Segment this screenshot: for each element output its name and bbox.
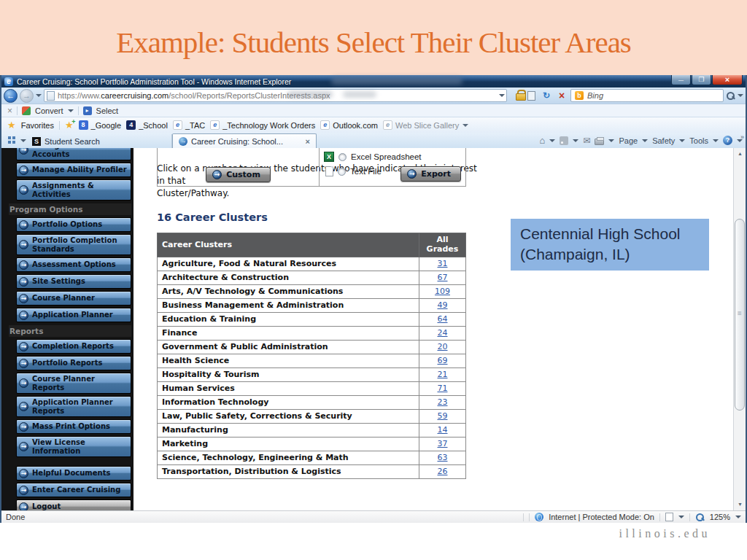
sidebar-item[interactable]: Mass Print Options [16,419,131,434]
illinois-brand: illinois.edu [619,527,711,540]
page-menu[interactable]: Page [619,136,638,145]
count-link[interactable]: 64 [438,314,448,324]
excel-radio[interactable] [338,153,347,161]
feeds-dropdown-icon[interactable] [573,139,578,142]
read-mail-icon[interactable] [583,136,590,146]
count-link[interactable]: 59 [438,411,448,421]
scroll-down-icon[interactable]: ▼ [734,499,746,510]
sidebar-item[interactable]: Completion Reports [16,339,131,354]
scrollbar-thumb[interactable] [735,219,745,411]
history-dropdown-icon[interactable] [36,94,42,97]
export-button[interactable]: Export [400,166,461,182]
arrow-circle-icon [19,294,28,303]
sidebar-item[interactable]: Application Planner [16,308,131,322]
vertical-scrollbar[interactable]: ▲ ▼ [733,148,746,510]
close-tab-icon[interactable] [306,137,310,146]
toolbar-overflow-icon[interactable] [740,133,744,141]
count-link[interactable]: 109 [435,287,450,296]
zoom-level-dropdown-icon[interactable] [735,516,741,518]
sidebar-item[interactable]: Course Planner Reports [16,373,131,394]
sidebar-item[interactable]: Application Planner Reports [16,396,131,417]
count-link[interactable]: 63 [438,453,448,462]
sidebar-item[interactable]: Assignments & Activities [16,179,131,201]
custom-button[interactable]: Custom [206,167,271,182]
favorites-link[interactable]: e Outlook.com [320,120,378,130]
add-favorite-icon[interactable] [65,120,74,131]
tab-career-cruising[interactable]: Career Cruising: School... [172,133,317,148]
back-button[interactable] [4,89,18,103]
convert-dropdown-icon[interactable] [68,109,74,112]
sidebar-item[interactable]: Course Planner [16,291,131,306]
scroll-up-icon[interactable]: ▲ [734,148,746,160]
count-link[interactable]: 31 [438,259,448,268]
count-link[interactable]: 23 [438,397,448,407]
count-link[interactable]: 49 [438,300,448,310]
compatibility-view-button[interactable] [525,89,538,102]
table-row: Hospitality & Tourism 21 [158,368,466,381]
favorites-link[interactable]: 8 _Google [79,120,122,130]
close-button[interactable] [712,75,743,85]
sidebar-item[interactable]: Portfolio Completion Standards [16,234,131,255]
page-dropdown-icon[interactable] [642,139,648,142]
zoom-magnifier-icon[interactable] [695,513,705,522]
address-bar[interactable]: https://www.careercruising.com/school/Re… [44,89,507,102]
tab-student-search[interactable]: S Student Search [26,134,172,148]
count-link[interactable]: 37 [438,439,448,448]
count-link[interactable]: 14 [438,425,448,435]
print-dropdown-icon[interactable] [608,139,614,142]
refresh-button[interactable] [540,89,553,102]
restore-button[interactable] [692,75,711,85]
search-dropdown-icon[interactable] [738,94,743,97]
favorites-button[interactable]: Favorites [21,121,54,130]
favicon: 8 [79,120,88,130]
feeds-icon[interactable] [560,136,568,145]
tools-menu[interactable]: Tools [689,136,708,145]
home-icon[interactable] [540,135,546,146]
sidebar-item[interactable]: Portfolio Reports [16,356,131,370]
favorites-link[interactable]: 4 _School [126,120,168,130]
select-button[interactable]: Select [96,106,119,115]
count-link[interactable]: 71 [438,384,448,393]
sidebar-item[interactable]: Enter Career Cruising [16,483,131,497]
forward-button[interactable] [20,89,34,103]
count-link[interactable]: 69 [438,356,448,365]
sidebar-item[interactable]: Assessment Options [16,257,131,272]
sidebar-item[interactable]: Site Settings [16,274,131,289]
compatibility-icon [527,91,535,101]
textfile-radio[interactable] [338,168,346,176]
sidebar-item[interactable]: Logout [16,499,131,510]
safety-dropdown-icon[interactable] [679,139,685,142]
sidebar-item[interactable]: View License Information [16,436,131,457]
quick-tabs-button[interactable] [4,134,20,147]
convert-button[interactable]: Convert [35,106,63,115]
search-icon[interactable] [726,91,735,101]
print-icon[interactable] [595,139,604,145]
zoom-level[interactable]: 125% [710,513,730,521]
tab-list-dropdown-icon[interactable] [20,139,26,142]
minimize-button[interactable] [671,75,691,85]
sidebar-item[interactable]: Helpful Documents [16,466,131,481]
close-toolbar-icon[interactable] [7,106,12,116]
search-input[interactable]: Bing [570,89,724,102]
home-dropdown-icon[interactable] [549,139,555,142]
favorites-link[interactable]: e _TAC [173,120,205,130]
count-link[interactable]: 21 [438,370,448,379]
count-link[interactable]: 26 [438,467,448,476]
count-link[interactable]: 24 [438,328,448,338]
stop-button[interactable] [555,89,568,102]
help-icon[interactable] [723,136,732,145]
sidebar-item[interactable]: Manage Ability Profiler [16,163,131,177]
sidebar-item[interactable]: Portfolio Options [16,217,131,232]
tools-dropdown-icon[interactable] [713,139,719,142]
zoom-dropdown-icon[interactable] [678,516,684,518]
address-dropdown-icon[interactable] [499,94,505,97]
favorites-link[interactable]: e _Technology Work Orders [210,120,315,130]
safety-menu[interactable]: Safety [652,136,675,145]
table-row: Architecture & Construction 67 [158,271,466,284]
favorites-link[interactable]: e Web Slice Gallery [383,120,468,130]
page-zoom-icon[interactable] [665,513,673,521]
security-lock-button[interactable] [509,89,522,102]
sidebar-item[interactable]: Manage Parent Accounts [16,148,131,160]
count-link[interactable]: 20 [438,342,448,351]
count-link[interactable]: 67 [438,273,448,282]
